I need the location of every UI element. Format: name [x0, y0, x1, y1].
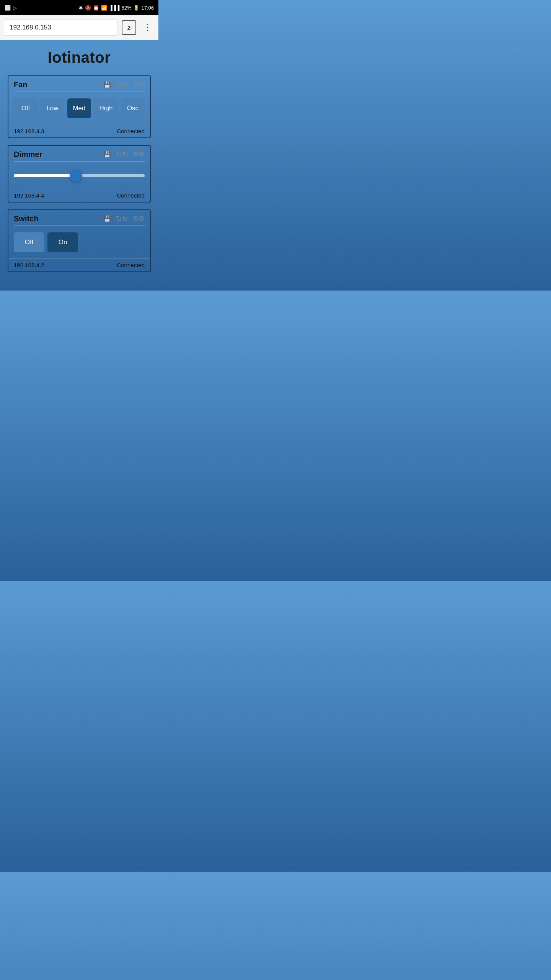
battery-icon: 🔋	[133, 5, 139, 11]
status-bar: ⬜ ▷ ✱ 🔕 ⏰ 📶 ▐▐▐ 62% 🔋 17:06	[0, 0, 158, 15]
fan-high-button[interactable]: High	[94, 98, 118, 118]
main-content: Iotinator Fan ↻ ⚙ Off Low Med High Osc 1…	[0, 40, 158, 291]
fan-low-button[interactable]: Low	[41, 98, 64, 118]
switch-widget-header: Switch ↻ ⚙	[8, 210, 150, 225]
dimmer-widget-title: Dimmer	[14, 150, 42, 159]
dimmer-status: Connected	[117, 192, 145, 199]
fan-save-icon[interactable]	[103, 81, 111, 89]
browser-menu-button[interactable]: ⋮	[140, 21, 155, 34]
fan-buttons-group: Off Low Med High Osc	[14, 98, 145, 118]
app-title: Iotinator	[8, 49, 151, 66]
tab-count[interactable]: 2	[122, 20, 136, 35]
fan-widget: Fan ↻ ⚙ Off Low Med High Osc 192.168.4.3…	[8, 75, 151, 138]
dimmer-widget: Dimmer ↻ ⚙ 192.168.4.4 Connected	[8, 145, 151, 203]
dimmer-save-icon[interactable]	[103, 150, 111, 158]
fan-refresh-icon[interactable]: ↻	[116, 80, 128, 89]
fan-widget-footer: 192.168.4.3 Connected	[8, 124, 150, 137]
status-left-icons: ⬜ ▷	[5, 5, 17, 11]
dimmer-widget-body	[8, 162, 150, 189]
dimmer-slider[interactable]	[14, 174, 145, 177]
image-icon: ⬜	[5, 5, 11, 11]
switch-buttons-group: Off On	[14, 232, 145, 252]
fan-status: Connected	[117, 128, 145, 134]
dimmer-ip: 192.168.4.4	[14, 192, 44, 199]
fan-gear-icon[interactable]: ⚙	[132, 80, 145, 89]
dimmer-slider-container	[14, 168, 145, 183]
signal-icon: ▐▐▐	[109, 5, 120, 11]
switch-refresh-icon[interactable]: ↻	[116, 214, 128, 223]
dimmer-widget-footer: 192.168.4.4 Connected	[8, 189, 150, 202]
dimmer-gear-icon[interactable]: ⚙	[132, 150, 145, 158]
fan-osc-button[interactable]: Osc	[121, 98, 145, 118]
switch-gear-icon[interactable]: ⚙	[132, 214, 145, 223]
dimmer-widget-icons: ↻ ⚙	[103, 150, 145, 159]
time-display: 17:06	[141, 5, 154, 11]
switch-widget-footer: 192.168.4.2 Connected	[8, 258, 150, 271]
fan-widget-icons: ↻ ⚙	[103, 80, 145, 89]
fan-widget-header: Fan ↻ ⚙	[8, 76, 150, 91]
status-right-info: ✱ 🔕 ⏰ 📶 ▐▐▐ 62% 🔋 17:06	[79, 5, 154, 11]
switch-widget-title: Switch	[14, 214, 38, 223]
browser-bar: 192.168.0.153 2 ⋮	[0, 15, 158, 40]
fan-widget-title: Fan	[14, 80, 28, 89]
dimmer-widget-header: Dimmer ↻ ⚙	[8, 146, 150, 161]
alarm-icon: ⏰	[93, 5, 99, 11]
battery-percent: 62%	[121, 5, 131, 11]
dimmer-refresh-icon[interactable]: ↻	[116, 150, 128, 159]
fan-med-button[interactable]: Med	[67, 98, 91, 118]
fan-off-button[interactable]: Off	[14, 98, 37, 118]
fan-ip: 192.168.4.3	[14, 128, 44, 134]
switch-on-button[interactable]: On	[47, 232, 78, 252]
switch-widget-icons: ↻ ⚙	[103, 214, 145, 223]
switch-widget: Switch ↻ ⚙ Off On 192.168.4.2 Connected	[8, 209, 151, 272]
play-icon: ▷	[13, 5, 17, 11]
fan-widget-body: Off Low Med High Osc	[8, 92, 150, 124]
switch-status: Connected	[117, 262, 145, 268]
bluetooth-icon: ✱	[79, 5, 83, 11]
wifi-icon: 📶	[101, 5, 107, 11]
mute-icon: 🔕	[85, 5, 91, 11]
switch-widget-body: Off On	[8, 226, 150, 258]
address-bar[interactable]: 192.168.0.153	[4, 20, 118, 36]
switch-off-button[interactable]: Off	[14, 232, 44, 252]
switch-ip: 192.168.4.2	[14, 262, 44, 268]
switch-save-icon[interactable]	[103, 215, 111, 223]
